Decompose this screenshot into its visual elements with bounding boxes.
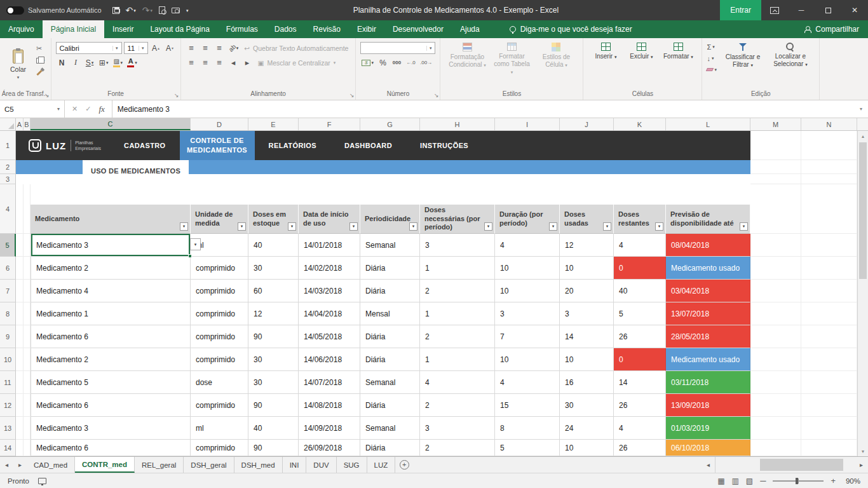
cell-f13[interactable]: 14/09/2018 — [299, 417, 360, 440]
ribbon-tab-inserir[interactable]: Inserir — [104, 20, 142, 38]
cell-h11[interactable]: 4 — [420, 371, 495, 394]
cell-h9[interactable]: 2 — [420, 325, 495, 348]
nav-tab-instrucoes[interactable]: INSTRUÇÕES — [406, 131, 482, 160]
cell-n3[interactable] — [801, 174, 857, 184]
ribbon-tab-revisao[interactable]: Revisão — [305, 20, 349, 38]
row-header-2[interactable]: 2 — [0, 160, 16, 174]
cell-d9[interactable]: comprimido — [191, 325, 248, 348]
column-header-b[interactable]: B — [24, 118, 31, 130]
row-header-6[interactable]: 6 — [0, 257, 16, 280]
hscroll-right-icon[interactable]: ▸ — [855, 457, 868, 473]
percent-style-button[interactable]: % — [377, 57, 389, 69]
cell-h5[interactable]: 3 — [420, 234, 495, 257]
cell-f8[interactable]: 14/04/2018 — [299, 302, 360, 325]
sheet-tab-contr-med[interactable]: CONTR_med — [75, 457, 135, 473]
cell-i8[interactable]: 3 — [495, 302, 560, 325]
cell-k10[interactable]: 0 — [614, 348, 666, 371]
expand-formula-bar-icon[interactable]: ▾ — [854, 100, 868, 118]
column-header-e[interactable]: E — [248, 118, 299, 130]
cell-j11[interactable]: 16 — [560, 371, 614, 394]
cell-k6[interactable]: 0 — [614, 257, 666, 280]
cell-n10[interactable] — [801, 348, 857, 371]
normal-view-icon[interactable]: ▦ — [717, 477, 724, 485]
cell-l13[interactable]: 01/03/2019 — [666, 417, 750, 440]
cell-f14[interactable]: 26/09/2018 — [299, 440, 360, 456]
filter-button[interactable]: ▾ — [349, 222, 358, 231]
cell-j10[interactable]: 10 — [560, 348, 614, 371]
cell-g14[interactable]: Diária — [360, 440, 420, 456]
font-size-select[interactable]: 11▾ — [124, 42, 148, 54]
cell-j9[interactable]: 14 — [560, 325, 614, 348]
filter-button[interactable]: ▾ — [549, 222, 557, 231]
cell-d6[interactable]: comprimido — [191, 257, 248, 280]
table-header-data-de-inicio-de-uso[interactable]: Data de início de uso▾ — [299, 205, 360, 234]
number-dialog-launcher[interactable]: ↘ — [434, 93, 439, 98]
cell-j8[interactable]: 3 — [560, 302, 614, 325]
cell-l8[interactable]: 13/07/2018 — [666, 302, 750, 325]
cell-g9[interactable]: Diária — [360, 325, 420, 348]
maximize-button[interactable] — [815, 0, 841, 20]
redo-button[interactable]: ↷▾ — [139, 2, 156, 18]
zoom-out-icon[interactable]: ─ — [760, 477, 766, 485]
column-header-h[interactable]: H — [420, 118, 495, 130]
cell-j5[interactable]: 12 — [560, 234, 614, 257]
cell-e13[interactable]: 40 — [248, 417, 299, 440]
increase-font-button[interactable]: A▴ — [150, 42, 162, 54]
cell-g11[interactable]: Semanal — [360, 371, 420, 394]
column-header-k[interactable]: K — [614, 118, 666, 130]
cell-j13[interactable]: 24 — [560, 417, 614, 440]
sheet-tab-dsh-geral[interactable]: DSH_geral — [184, 457, 234, 473]
row-header-1[interactable]: 1 — [0, 131, 16, 160]
confirm-entry-icon[interactable]: ✓ — [85, 105, 91, 113]
table-header-unidade-de-medida[interactable]: Unidade de medida▾ — [191, 205, 248, 234]
cell-f9[interactable]: 14/05/2018 — [299, 325, 360, 348]
table-header-periodicidade[interactable]: Periodicidade▾ — [360, 205, 420, 234]
cell-h12[interactable]: 2 — [420, 394, 495, 417]
row-header-10[interactable]: 10 — [0, 348, 16, 371]
cell-b11[interactable] — [24, 371, 31, 394]
tell-me-search[interactable]: Diga-me o que você deseja fazer — [510, 20, 632, 38]
filter-button[interactable]: ▾ — [409, 222, 417, 231]
cell-a11[interactable] — [16, 371, 24, 394]
zoom-slider-thumb[interactable] — [796, 478, 798, 484]
cell-f10[interactable]: 14/06/2018 — [299, 348, 360, 371]
cell-h14[interactable]: 2 — [420, 440, 495, 456]
cell-m12[interactable] — [750, 394, 801, 417]
fill-handle[interactable] — [188, 254, 192, 258]
cell-d10[interactable]: comprimido — [191, 348, 248, 371]
vertical-scroll-track[interactable] — [858, 141, 868, 446]
cell-n12[interactable] — [801, 394, 857, 417]
cell-l14[interactable]: 06/10/2018 — [666, 440, 750, 456]
camera-button[interactable] — [168, 2, 183, 18]
cell-m9[interactable] — [750, 325, 801, 348]
cell-h13[interactable]: 3 — [420, 417, 495, 440]
cell-a10[interactable] — [16, 348, 24, 371]
table-header-doses-usadas[interactable]: Doses usadas▾ — [560, 205, 614, 234]
font-name-dropdown-icon[interactable]: ▾ — [112, 46, 118, 51]
cell-a12[interactable] — [16, 394, 24, 417]
fill-color-button[interactable]: ▨▾ — [112, 57, 125, 69]
zoom-in-icon[interactable]: + — [831, 477, 836, 485]
row-header-5[interactable]: 5 — [0, 234, 16, 257]
cell-b10[interactable] — [24, 348, 31, 371]
cell-j14[interactable]: 10 — [560, 440, 614, 456]
cell-h6[interactable]: 1 — [420, 257, 495, 280]
cell-m2[interactable] — [750, 160, 801, 174]
cell-i5[interactable]: 4 — [495, 234, 560, 257]
sheet-tab-rel-geral[interactable]: REL_geral — [135, 457, 184, 473]
table-header-doses-em-estoque[interactable]: Doses em estoque▾ — [248, 205, 299, 234]
ribbon-tab-formulas[interactable]: Fórmulas — [218, 20, 266, 38]
cell-m6[interactable] — [750, 257, 801, 280]
font-size-dropdown-icon[interactable]: ▾ — [139, 46, 144, 51]
cell-c8[interactable]: Medicamento 1 — [31, 302, 191, 325]
zoom-slider[interactable] — [773, 480, 824, 482]
cell-m3[interactable] — [750, 174, 801, 184]
cell-c14[interactable]: Medicamento 6 — [31, 440, 191, 456]
cell-e10[interactable]: 30 — [248, 348, 299, 371]
ribbon-tab-arquivo[interactable]: Arquivo — [0, 20, 43, 38]
cell-c7[interactable]: Medicamento 4 — [31, 280, 191, 302]
copy-button[interactable]: ▾ — [36, 56, 45, 65]
cell-j7[interactable]: 20 — [560, 280, 614, 302]
save-button[interactable] — [109, 2, 123, 18]
filter-button[interactable]: ▾ — [484, 222, 492, 231]
